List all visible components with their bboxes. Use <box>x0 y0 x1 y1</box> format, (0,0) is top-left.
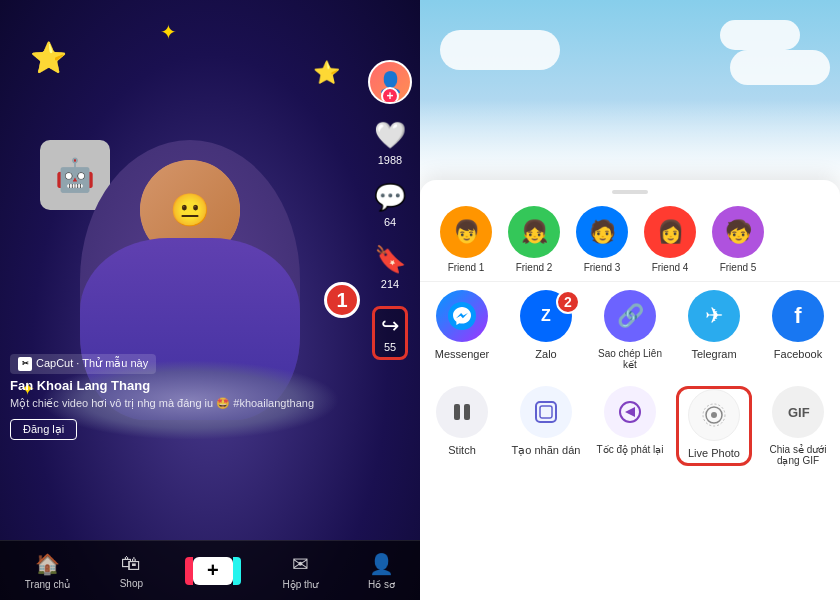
contact-avatar: 👦 <box>440 206 492 258</box>
share-apps-row-2: Stitch Tạo nhãn dán <box>420 378 840 474</box>
link-icon: 🔗 <box>604 290 656 342</box>
left-panel: ⭐ ✦ ⭐ ✦ · 🤖 😐 ✂ CapCut · Thử mẫu này Fan… <box>0 0 420 600</box>
comment-count: 64 <box>384 216 396 228</box>
capcut-text: CapCut · Thử mẫu này <box>36 357 148 370</box>
video-title: Fan Khoai Lang Thang <box>10 378 340 393</box>
star-icon: ✦ <box>160 20 177 44</box>
add-button[interactable]: + <box>193 557 233 585</box>
bookmark-icon: 🔖 <box>374 244 406 275</box>
shop-icon: 🛍 <box>121 552 141 575</box>
tao-nhan-label: Tạo nhãn dán <box>512 444 581 457</box>
badge-2: 2 <box>556 290 580 314</box>
contact-avatar: 🧒 <box>712 206 764 258</box>
badge-1: 1 <box>324 282 360 318</box>
nav-add[interactable]: + <box>193 557 233 585</box>
cloud-3 <box>730 50 830 85</box>
app-tao-nhan[interactable]: Tạo nhãn dán <box>508 386 584 466</box>
contact-avatar: 🧑 <box>576 206 628 258</box>
bookmark-action[interactable]: 🔖 214 <box>374 244 406 290</box>
right-sidebar: 👤 + 🤍 1988 💬 64 🔖 214 ↪ 55 <box>368 60 412 530</box>
svg-rect-4 <box>530 396 562 428</box>
contact-name: Friend 1 <box>448 262 485 273</box>
creator-avatar: 👤 + <box>368 60 412 104</box>
add-icon: + <box>207 559 219 582</box>
gif-label: Chia sẻ dưới dạng GIF <box>760 444 836 466</box>
svg-rect-3 <box>464 404 470 420</box>
cloud-1 <box>440 30 560 70</box>
danglai-button[interactable]: Đăng lại <box>10 419 77 440</box>
stitch-label: Stitch <box>448 444 476 456</box>
contact-name: Friend 4 <box>652 262 689 273</box>
right-panel: 👦 Friend 1 👧 Friend 2 🧑 Friend 3 👩 Frien… <box>420 0 840 600</box>
telegram-icon: ✈ <box>688 290 740 342</box>
link-label: Sao chép Liên kết <box>592 348 668 370</box>
bookmark-count: 214 <box>381 278 399 290</box>
like-action[interactable]: 🤍 1988 <box>374 120 406 166</box>
share-action[interactable]: ↪ 55 <box>372 306 408 360</box>
nav-shop-label: Shop <box>120 578 143 589</box>
home-icon: 🏠 <box>35 552 60 576</box>
bottom-navigation: 🏠 Trang chủ 🛍 Shop + ✉ Hộp thư 👤 Hồ sơ <box>0 540 420 600</box>
share-apps-row-1: Messenger Z Zalo 2 🔗 Sao chép Liên kết <box>420 281 840 378</box>
messenger-label: Messenger <box>435 348 489 360</box>
contacts-row: 👦 Friend 1 👧 Friend 2 🧑 Friend 3 👩 Frien… <box>420 194 840 281</box>
app-gif[interactable]: GIF Chia sẻ dưới dạng GIF <box>760 386 836 466</box>
contact-item[interactable]: 🧑 Friend 3 <box>572 206 632 273</box>
contact-item[interactable]: 👩 Friend 4 <box>640 206 700 273</box>
svg-point-0 <box>448 302 476 330</box>
contact-avatar: 👩 <box>644 206 696 258</box>
nav-home-label: Trang chủ <box>25 579 70 590</box>
nav-inbox-label: Hộp thư <box>282 579 318 590</box>
cloud-2 <box>720 20 800 50</box>
contact-item[interactable]: 👦 Friend 1 <box>436 206 496 273</box>
contact-avatar: 👧 <box>508 206 560 258</box>
capcut-banner: ✂ CapCut · Thử mẫu này Fan Khoai Lang Th… <box>10 352 340 440</box>
video-desc: Một chiếc video hơi vô trị nhg mà đáng i… <box>10 396 340 411</box>
nav-shop[interactable]: 🛍 Shop <box>120 552 143 589</box>
bottom-sheet: 👦 Friend 1 👧 Friend 2 🧑 Friend 3 👩 Frien… <box>420 180 840 600</box>
profile-icon: 👤 <box>369 552 394 576</box>
zalo-label: Zalo <box>535 348 556 360</box>
top-preview <box>420 0 840 200</box>
creator-avatar-item[interactable]: 👤 + <box>368 60 412 104</box>
live-photo-label: Live Photo <box>688 447 740 459</box>
contact-name: Friend 3 <box>584 262 621 273</box>
app-facebook[interactable]: f Facebook <box>760 290 836 370</box>
contact-item[interactable]: 🧒 Friend 5 <box>708 206 768 273</box>
stitch-icon <box>436 386 488 438</box>
facebook-label: Facebook <box>774 348 822 360</box>
inbox-icon: ✉ <box>292 552 309 576</box>
app-toc-do[interactable]: Tốc độ phát lại <box>592 386 668 466</box>
app-messenger[interactable]: Messenger <box>424 290 500 370</box>
share-count: 55 <box>384 341 396 353</box>
contact-item[interactable]: 👧 Friend 2 <box>504 206 564 273</box>
nav-profile-label: Hồ sơ <box>368 579 395 590</box>
live-photo-icon <box>688 389 740 441</box>
svg-rect-2 <box>454 404 460 420</box>
svg-rect-1 <box>446 396 478 428</box>
heart-icon: 🤍 <box>374 120 406 151</box>
nav-profile[interactable]: 👤 Hồ sơ <box>368 552 395 590</box>
capcut-icon: ✂ <box>18 357 32 371</box>
star-icon: ⭐ <box>30 40 67 75</box>
toc-do-label: Tốc độ phát lại <box>597 444 664 455</box>
app-stitch[interactable]: Stitch <box>424 386 500 466</box>
contact-name: Friend 5 <box>720 262 757 273</box>
facebook-icon: f <box>772 290 824 342</box>
comment-action[interactable]: 💬 64 <box>374 182 406 228</box>
nav-home[interactable]: 🏠 Trang chủ <box>25 552 70 590</box>
nav-inbox[interactable]: ✉ Hộp thư <box>282 552 318 590</box>
follow-plus-badge: + <box>381 87 399 104</box>
app-live-photo[interactable]: Live Photo <box>676 386 752 466</box>
messenger-icon <box>436 290 488 342</box>
contact-name: Friend 2 <box>516 262 553 273</box>
telegram-label: Telegram <box>691 348 736 360</box>
svg-text:GIF: GIF <box>788 405 810 420</box>
app-zalo[interactable]: Z Zalo 2 <box>508 290 584 370</box>
comment-icon: 💬 <box>374 182 406 213</box>
toc-do-icon <box>604 386 656 438</box>
svg-point-11 <box>711 412 717 418</box>
app-link[interactable]: 🔗 Sao chép Liên kết <box>592 290 668 370</box>
app-telegram[interactable]: ✈ Telegram <box>676 290 752 370</box>
tao-nhan-icon <box>520 386 572 438</box>
